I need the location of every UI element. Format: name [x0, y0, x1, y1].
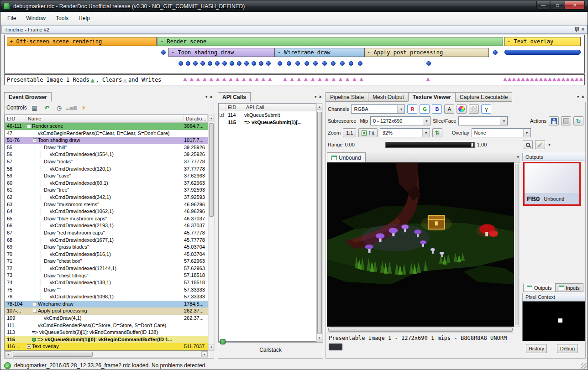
write-marker[interactable]: ▲ — [317, 76, 323, 83]
column-api-call[interactable]: API Call — [244, 104, 316, 111]
close-button[interactable]: ✕ — [565, 1, 585, 10]
event-row[interactable]: 72vkCmdDrawIndexed(12144,1)57.62963 — [5, 265, 208, 272]
event-row[interactable]: 70vkCmdDrawIndexed(516,1)45.03704 — [5, 251, 208, 258]
timeline-canvas[interactable]: + Off-screen scene rendering- Render sce… — [4, 35, 585, 73]
zoom-1to1-button[interactable]: 1:1 — [343, 128, 356, 137]
write-marker[interactable]: ▲ — [234, 76, 240, 83]
event-row[interactable]: 56vkCmdDrawIndexed(1554,1)39.25926 — [5, 151, 208, 158]
write-marker[interactable]: ▲ — [241, 76, 247, 83]
tab-capture-executable[interactable]: Capture Executable — [455, 92, 512, 102]
expand-icon[interactable]: + — [220, 113, 224, 117]
api-calls-columns[interactable]: EID API Call — [219, 104, 316, 111]
tab-event-browser[interactable]: Event Browser — [4, 92, 52, 102]
draw-dot[interactable] — [278, 61, 282, 66]
event-row[interactable]: 64vkCmdDrawIndexed(1062,1)46.96296 — [5, 208, 208, 215]
browse-icon[interactable]: ▦ — [30, 103, 39, 112]
tab-pipeline-state[interactable]: Pipeline State — [326, 92, 368, 102]
write-marker[interactable]: ▲ — [324, 76, 330, 83]
write-marker[interactable]: ▲ — [282, 76, 288, 83]
column-duration[interactable]: Duratio... — [184, 115, 208, 122]
scroll-up-icon[interactable]: ▲ — [317, 104, 322, 110]
column-name[interactable]: Name — [26, 115, 184, 122]
event-row[interactable]: 68vkCmdDrawIndexed(1677,1)45.77778 — [5, 237, 208, 244]
write-marker[interactable]: ▲ — [352, 76, 357, 83]
tab-api-calls[interactable]: API Calls — [218, 92, 251, 102]
write-marker[interactable]: ▲ — [267, 76, 273, 83]
draw-dot[interactable] — [349, 61, 353, 66]
goto-resource-button[interactable] — [561, 116, 571, 125]
event-row[interactable]: 51-76−Toon shading draw1017.7... — [5, 137, 208, 144]
draw-dot[interactable] — [287, 61, 291, 66]
collapse-icon[interactable]: − — [33, 309, 37, 313]
close-icon[interactable]: × — [210, 94, 213, 99]
write-marker[interactable]: ▲ — [289, 76, 295, 83]
write-marker[interactable]: ▲ — [261, 76, 267, 83]
close-icon[interactable]: × — [319, 94, 322, 99]
draw-dot[interactable] — [493, 50, 498, 55]
mip-select[interactable]: 0 - 1272x690 ▾ — [370, 116, 430, 125]
menu-tools[interactable]: Tools — [51, 13, 74, 24]
autofit-range-button[interactable] — [535, 140, 545, 149]
event-row[interactable]: 47vkCmdBeginRenderPass(C=Clear, D=Clear,… — [5, 130, 208, 137]
event-row[interactable]: 67Draw "red mushroom caps"45.77778 — [5, 229, 208, 237]
event-row[interactable]: 109vkCmdDraw(4,1)262.37... — [5, 315, 208, 322]
output-thumbnail-fb0[interactable]: FB0 Unbound — [523, 162, 581, 206]
callstack-section[interactable]: Callstack — [218, 342, 323, 358]
write-marker[interactable]: ▲ — [254, 76, 260, 83]
bookmark-icon[interactable]: ☀ — [79, 103, 89, 112]
draw-dot[interactable] — [426, 61, 431, 66]
api-call-row[interactable]: 115=> vkQueueSubmit(1)[... — [219, 119, 316, 126]
event-row[interactable]: 78-104+Wireframe draw1784.5... — [5, 301, 208, 308]
event-row[interactable]: 113=> vkQueueSubmit(2)[1]: vkEndCommandB… — [5, 329, 208, 336]
texture-display[interactable] — [327, 162, 514, 327]
event-row[interactable]: 75Draw ""57.33333 — [5, 287, 208, 294]
draw-dot[interactable] — [266, 61, 271, 66]
expand-icon[interactable]: + — [33, 302, 37, 306]
time-draws-icon[interactable]: ◷ — [55, 103, 64, 112]
event-browser-vscrollbar[interactable]: ▲ ▼ — [208, 115, 215, 351]
slice-face-select[interactable]: ▾ — [458, 116, 508, 125]
scrollbar-thumb[interactable] — [515, 164, 519, 325]
write-marker[interactable]: ▲ — [358, 76, 364, 83]
draw-dot[interactable] — [208, 61, 212, 66]
event-row[interactable]: 60vkCmdDrawIndexed(60,1)37.62963 — [5, 180, 208, 187]
event-row[interactable]: 76vkCmdDrawIndexed(1098,1)57.33333 — [5, 293, 208, 301]
texture-hscrollbar[interactable] — [327, 327, 514, 333]
save-texture-button[interactable] — [549, 116, 559, 125]
channel-alpha-button[interactable]: A — [444, 104, 454, 114]
api-calls-vscrollbar[interactable]: ▲ ▼ — [316, 103, 323, 342]
event-row[interactable]: 66vkCmdDrawIndexed(2193,1)46.37037 — [5, 222, 208, 229]
zoom-percent-input[interactable]: 32% ▾ — [380, 128, 430, 137]
title-bar[interactable]: debugmarker.rdc - RenderDoc Unofficial r… — [0, 0, 588, 12]
draw-dot[interactable] — [215, 61, 220, 66]
jump-back-icon[interactable]: ↶ — [42, 103, 52, 112]
timeline-bar-post-process[interactable]: - Apply post processing — [364, 48, 489, 57]
tab-mesh-output[interactable]: Mesh Output — [368, 92, 409, 102]
zoom-fit-button[interactable]: Fit — [358, 128, 377, 137]
gamma-button[interactable]: γ — [481, 104, 491, 114]
collapse-icon[interactable]: − — [33, 138, 37, 142]
draw-dot[interactable] — [222, 61, 227, 66]
flip-y-button[interactable]: ⇅ — [432, 128, 442, 137]
column-eid[interactable]: EID — [5, 115, 26, 122]
timeline-bar-render-scene[interactable]: - Render scene — [158, 37, 503, 46]
menu-file[interactable]: File — [2, 13, 21, 24]
draw-span-pill[interactable] — [504, 50, 581, 55]
history-button[interactable]: History — [526, 344, 547, 353]
overlay-select[interactable]: None ▾ — [472, 128, 531, 137]
write-marker[interactable]: ▲ — [215, 76, 221, 83]
write-marker[interactable]: ▲ — [296, 76, 302, 83]
write-marker[interactable]: ▲ — [338, 76, 344, 83]
scrollbar-thumb[interactable] — [209, 123, 214, 217]
channel-green-button[interactable]: G — [420, 104, 430, 114]
write-marker[interactable]: ▲ — [228, 76, 234, 83]
event-row[interactable]: 116-...+Text overlay511.7037 — [5, 343, 208, 350]
chevron-down-icon[interactable]: ▾ — [205, 95, 208, 99]
scroll-left-icon[interactable]: ◄ — [5, 351, 11, 357]
menu-window[interactable]: Window — [21, 13, 51, 24]
write-marker[interactable]: ▲ — [208, 76, 214, 83]
tab-inputs[interactable]: Inputs — [555, 283, 583, 292]
resize-grip[interactable] — [581, 363, 587, 369]
write-marker[interactable]: ▲ — [331, 76, 336, 83]
refresh-button[interactable]: ↻ — [573, 116, 583, 125]
